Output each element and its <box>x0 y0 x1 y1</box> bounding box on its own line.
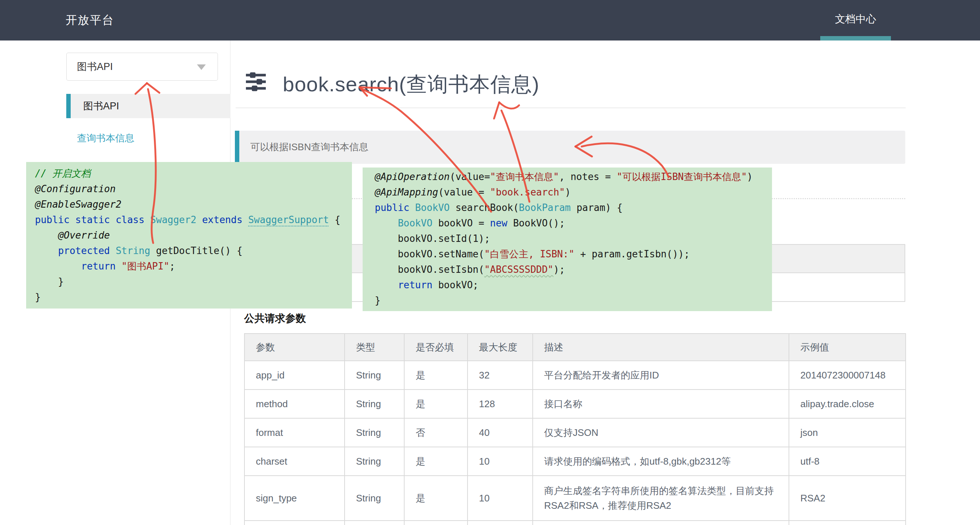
table-cell <box>245 520 345 525</box>
public-request-params-table-wrap: 参数类型是否必填最大长度描述示例值 app_idString是32平台分配给开发… <box>244 333 905 525</box>
dropdown-selected-value: 图书API <box>77 53 113 80</box>
table-cell: 平台分配给开发者的应用ID <box>533 361 789 390</box>
swagger-config-code-snippet: // 开启文档@Configuration@EnableSwagger2publ… <box>26 162 352 309</box>
notice-bar: 可以根据ISBN查询书本信息 <box>235 131 905 164</box>
notice-text: 可以根据ISBN查询书本信息 <box>250 131 905 163</box>
table-cell: 仅支持JSON <box>533 418 789 447</box>
table-header-cell: 示例值 <box>789 334 906 361</box>
table-cell: json <box>789 418 906 447</box>
sidebar-link-query-book-info[interactable]: 查询书本信息 <box>77 132 134 145</box>
code-line: bookVO.setId(1); <box>375 231 772 246</box>
table-row <box>245 520 906 525</box>
table-cell: charset <box>245 447 345 476</box>
table-cell: String <box>345 418 404 447</box>
code-line: } <box>35 274 352 290</box>
table-header-cell: 类型 <box>345 334 404 361</box>
table-cell: format <box>245 418 345 447</box>
title-divider <box>235 108 906 108</box>
code-line: // 开启文档 <box>35 165 352 181</box>
api-group-dropdown[interactable]: 图书API <box>66 52 218 81</box>
table-header-cell: 最大长度 <box>468 334 533 361</box>
table-header-cell: 描述 <box>533 334 789 361</box>
code-line: } <box>35 290 352 305</box>
table-cell <box>345 520 404 525</box>
table-cell: 请求使用的编码格式，如utf-8,gbk,gb2312等 <box>533 447 789 476</box>
table-cell <box>533 520 789 525</box>
code-line: bookVO.setIsbn("ABCSSSSDDD"); <box>375 262 772 277</box>
table-cell: 40 <box>468 418 533 447</box>
table-cell: 2014072300007148 <box>789 361 906 390</box>
sidebar-item-label: 图书API <box>83 94 231 118</box>
chevron-down-icon <box>197 64 206 70</box>
table-cell: alipay.trade.close <box>789 390 906 418</box>
table-cell <box>789 520 906 525</box>
table-cell: 10 <box>468 476 533 520</box>
table-cell: String <box>345 390 404 418</box>
nav-item-doc-center[interactable]: 文档中心 <box>820 0 891 40</box>
table-cell: 128 <box>468 390 533 418</box>
code-line: public static class Swagger2 extends Swa… <box>35 212 352 228</box>
table-row: sign_typeString是10商户生成签名字符串所使用的签名算法类型，目前… <box>245 476 906 520</box>
api-operation-code-snippet: @ApiOperation(value="查询书本信息", notes = "可… <box>363 167 772 311</box>
table-cell: 10 <box>468 447 533 476</box>
table-cell: 32 <box>468 361 533 390</box>
table-cell <box>404 520 468 525</box>
table-row: charsetString是10请求使用的编码格式，如utf-8,gbk,gb2… <box>245 447 906 476</box>
section-heading: 公共请求参数 <box>244 312 306 325</box>
table-cell: 是 <box>404 476 468 520</box>
table-cell: String <box>345 361 404 390</box>
table-cell: 是 <box>404 361 468 390</box>
brand-title: 开放平台 <box>65 0 114 40</box>
table-cell: 接口名称 <box>533 390 789 418</box>
code-line: @Override <box>35 228 352 243</box>
code-line: BookVO bookVO = new BookVO(); <box>375 215 772 231</box>
table-cell: String <box>345 476 404 520</box>
public-request-params-table: 参数类型是否必填最大长度描述示例值 app_idString是32平台分配给开发… <box>244 333 906 525</box>
top-navbar: 开放平台 文档中心 <box>0 0 980 40</box>
code-line: return "图书API"; <box>35 258 352 274</box>
table-header-cell: 参数 <box>245 334 345 361</box>
table-cell: 商户生成签名字符串所使用的签名算法类型，目前支持RSA2和RSA，推荐使用RSA… <box>533 476 789 520</box>
table-cell: String <box>345 447 404 476</box>
page: 开放平台 文档中心 图书API 图书API 查询书本信息 book.search… <box>0 0 980 525</box>
table-cell: utf-8 <box>789 447 906 476</box>
table-cell: method <box>245 390 345 418</box>
table-cell: 否 <box>404 418 468 447</box>
table-row: formatString否40仅支持JSONjson <box>245 418 906 447</box>
table-cell: app_id <box>245 361 345 390</box>
code-line: } <box>375 293 772 308</box>
sidebar-item-book-api[interactable]: 图书API <box>66 94 231 118</box>
code-line: @Configuration <box>35 181 352 197</box>
page-title: book.search(查询书本信息) <box>283 71 539 99</box>
table-cell: 是 <box>404 447 468 476</box>
table-header-row: 参数类型是否必填最大长度描述示例值 <box>245 334 906 361</box>
code-line: @ApiOperation(value="查询书本信息", notes = "可… <box>375 169 772 185</box>
code-line: bookVO.setName("白雪公主, ISBN:" + param.get… <box>375 246 772 262</box>
code-line: return bookVO; <box>375 277 772 293</box>
table-cell <box>468 520 533 525</box>
table-row: app_idString是32平台分配给开发者的应用ID201407230000… <box>245 361 906 390</box>
table-cell: RSA2 <box>789 476 906 520</box>
table-header-cell: 是否必填 <box>404 334 468 361</box>
code-line: @EnableSwagger2 <box>35 197 352 212</box>
nav-active-underline <box>820 36 891 40</box>
table-row: methodString是128接口名称alipay.trade.close <box>245 390 906 418</box>
code-line: @ApiMapping(value = "book.search") <box>375 185 772 200</box>
table-cell: 是 <box>404 390 468 418</box>
table-cell: sign_type <box>245 476 345 520</box>
code-line: protected String getDocTitle() { <box>35 243 352 258</box>
code-line: public BookVO searchBook(BookParam param… <box>375 200 772 215</box>
sliders-icon <box>245 72 267 91</box>
